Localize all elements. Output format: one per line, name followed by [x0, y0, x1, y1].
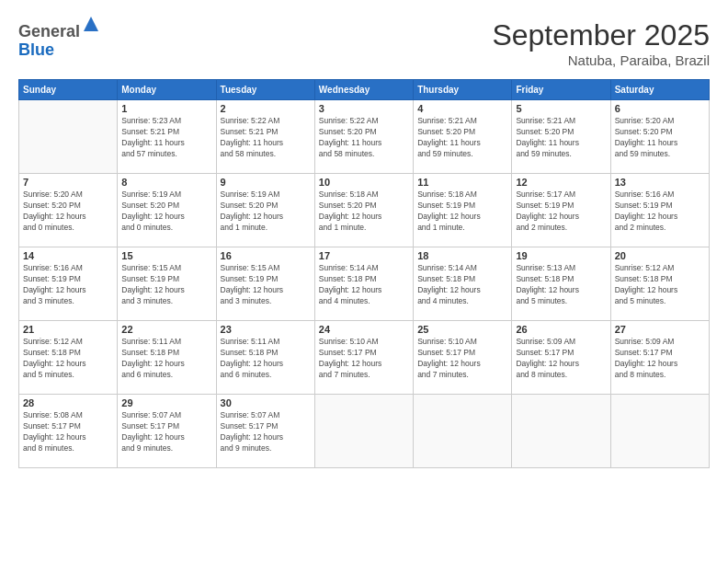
calendar-cell: 1Sunrise: 5:23 AM Sunset: 5:21 PM Daylig… [118, 100, 216, 174]
day-number: 26 [516, 324, 606, 335]
calendar-cell: 21Sunrise: 5:12 AM Sunset: 5:18 PM Dayli… [19, 321, 118, 395]
calendar-cell [414, 395, 512, 468]
day-info: Sunrise: 5:23 AM Sunset: 5:21 PM Dayligh… [121, 116, 211, 160]
day-info: Sunrise: 5:12 AM Sunset: 5:18 PM Dayligh… [615, 263, 705, 307]
day-info: Sunrise: 5:11 AM Sunset: 5:18 PM Dayligh… [121, 337, 211, 381]
day-number: 13 [615, 177, 705, 188]
calendar-cell: 15Sunrise: 5:15 AM Sunset: 5:19 PM Dayli… [118, 247, 216, 321]
day-info: Sunrise: 5:22 AM Sunset: 5:21 PM Dayligh… [221, 116, 311, 160]
calendar-cell: 28Sunrise: 5:08 AM Sunset: 5:17 PM Dayli… [19, 395, 118, 468]
calendar-cell: 2Sunrise: 5:22 AM Sunset: 5:21 PM Daylig… [216, 100, 314, 174]
day-number: 8 [121, 177, 211, 188]
weekday-header-monday: Monday [118, 80, 216, 100]
day-info: Sunrise: 5:20 AM Sunset: 5:20 PM Dayligh… [615, 116, 705, 160]
day-info: Sunrise: 5:12 AM Sunset: 5:18 PM Dayligh… [23, 337, 113, 381]
day-info: Sunrise: 5:16 AM Sunset: 5:19 PM Dayligh… [615, 190, 705, 234]
day-number: 15 [121, 250, 211, 261]
day-number: 30 [221, 397, 311, 408]
day-number: 29 [121, 397, 211, 408]
day-info: Sunrise: 5:11 AM Sunset: 5:18 PM Dayligh… [221, 337, 311, 381]
calendar-week-row: 1Sunrise: 5:23 AM Sunset: 5:21 PM Daylig… [19, 100, 710, 174]
calendar-cell: 12Sunrise: 5:17 AM Sunset: 5:19 PM Dayli… [512, 174, 610, 247]
day-info: Sunrise: 5:10 AM Sunset: 5:17 PM Dayligh… [319, 337, 409, 381]
day-number: 23 [221, 324, 311, 335]
day-info: Sunrise: 5:13 AM Sunset: 5:18 PM Dayligh… [516, 263, 606, 307]
calendar-cell [512, 395, 610, 468]
calendar-cell: 10Sunrise: 5:18 AM Sunset: 5:20 PM Dayli… [314, 174, 413, 247]
calendar-cell: 26Sunrise: 5:09 AM Sunset: 5:17 PM Dayli… [512, 321, 610, 395]
day-info: Sunrise: 5:19 AM Sunset: 5:20 PM Dayligh… [221, 190, 311, 234]
logo-general-text: General [18, 22, 80, 40]
calendar-cell [610, 395, 709, 468]
day-number: 1 [121, 103, 211, 114]
month-title: September 2025 [492, 18, 710, 52]
day-info: Sunrise: 5:17 AM Sunset: 5:19 PM Dayligh… [516, 190, 606, 234]
calendar-cell: 14Sunrise: 5:16 AM Sunset: 5:19 PM Dayli… [19, 247, 118, 321]
calendar-cell: 30Sunrise: 5:07 AM Sunset: 5:17 PM Dayli… [216, 395, 314, 468]
day-info: Sunrise: 5:15 AM Sunset: 5:19 PM Dayligh… [221, 263, 311, 307]
day-info: Sunrise: 5:21 AM Sunset: 5:20 PM Dayligh… [516, 116, 606, 160]
day-info: Sunrise: 5:10 AM Sunset: 5:17 PM Dayligh… [417, 337, 507, 381]
day-info: Sunrise: 5:20 AM Sunset: 5:20 PM Dayligh… [23, 190, 113, 234]
day-info: Sunrise: 5:15 AM Sunset: 5:19 PM Dayligh… [121, 263, 211, 307]
page-header: General Blue September 2025 Natuba, Para… [18, 18, 710, 68]
calendar-cell [19, 100, 118, 174]
svg-marker-0 [84, 17, 98, 31]
day-number: 12 [516, 177, 606, 188]
day-info: Sunrise: 5:14 AM Sunset: 5:18 PM Dayligh… [417, 263, 507, 307]
day-info: Sunrise: 5:18 AM Sunset: 5:19 PM Dayligh… [417, 190, 507, 234]
day-number: 16 [221, 250, 311, 261]
calendar-cell: 3Sunrise: 5:22 AM Sunset: 5:20 PM Daylig… [314, 100, 413, 174]
weekday-header-friday: Friday [512, 80, 610, 100]
calendar-cell: 16Sunrise: 5:15 AM Sunset: 5:19 PM Dayli… [216, 247, 314, 321]
calendar-cell [314, 395, 413, 468]
day-number: 22 [121, 324, 211, 335]
calendar-week-row: 14Sunrise: 5:16 AM Sunset: 5:19 PM Dayli… [19, 247, 710, 321]
day-number: 17 [319, 250, 409, 261]
weekday-header-saturday: Saturday [610, 80, 709, 100]
calendar-cell: 25Sunrise: 5:10 AM Sunset: 5:17 PM Dayli… [414, 321, 512, 395]
calendar-cell: 17Sunrise: 5:14 AM Sunset: 5:18 PM Dayli… [314, 247, 413, 321]
calendar-cell: 11Sunrise: 5:18 AM Sunset: 5:19 PM Dayli… [414, 174, 512, 247]
day-number: 14 [23, 250, 113, 261]
day-number: 19 [516, 250, 606, 261]
day-number: 10 [319, 177, 409, 188]
calendar-cell: 8Sunrise: 5:19 AM Sunset: 5:20 PM Daylig… [118, 174, 216, 247]
day-number: 9 [221, 177, 311, 188]
calendar-cell: 23Sunrise: 5:11 AM Sunset: 5:18 PM Dayli… [216, 321, 314, 395]
calendar-cell: 6Sunrise: 5:20 AM Sunset: 5:20 PM Daylig… [610, 100, 709, 174]
calendar-cell: 4Sunrise: 5:21 AM Sunset: 5:20 PM Daylig… [414, 100, 512, 174]
day-number: 24 [319, 324, 409, 335]
day-info: Sunrise: 5:22 AM Sunset: 5:20 PM Dayligh… [319, 116, 409, 160]
day-number: 18 [417, 250, 507, 261]
day-number: 5 [516, 103, 606, 114]
title-block: September 2025 Natuba, Paraiba, Brazil [492, 18, 710, 68]
calendar-cell: 20Sunrise: 5:12 AM Sunset: 5:18 PM Dayli… [610, 247, 709, 321]
weekday-header-sunday: Sunday [19, 80, 118, 100]
day-info: Sunrise: 5:19 AM Sunset: 5:20 PM Dayligh… [121, 190, 211, 234]
calendar-cell: 5Sunrise: 5:21 AM Sunset: 5:20 PM Daylig… [512, 100, 610, 174]
day-number: 25 [417, 324, 507, 335]
day-info: Sunrise: 5:16 AM Sunset: 5:19 PM Dayligh… [23, 263, 113, 307]
day-info: Sunrise: 5:07 AM Sunset: 5:17 PM Dayligh… [121, 410, 211, 454]
weekday-header-tuesday: Tuesday [216, 80, 314, 100]
day-number: 21 [23, 324, 113, 335]
location-title: Natuba, Paraiba, Brazil [492, 52, 710, 68]
calendar-cell: 19Sunrise: 5:13 AM Sunset: 5:18 PM Dayli… [512, 247, 610, 321]
day-number: 4 [417, 103, 507, 114]
day-number: 11 [417, 177, 507, 188]
day-info: Sunrise: 5:07 AM Sunset: 5:17 PM Dayligh… [221, 410, 311, 454]
day-info: Sunrise: 5:18 AM Sunset: 5:20 PM Dayligh… [319, 190, 409, 234]
weekday-header-wednesday: Wednesday [314, 80, 413, 100]
day-number: 28 [23, 397, 113, 408]
day-number: 2 [221, 103, 311, 114]
calendar-cell: 24Sunrise: 5:10 AM Sunset: 5:17 PM Dayli… [314, 321, 413, 395]
calendar-week-row: 21Sunrise: 5:12 AM Sunset: 5:18 PM Dayli… [19, 321, 710, 395]
calendar-cell: 13Sunrise: 5:16 AM Sunset: 5:19 PM Dayli… [610, 174, 709, 247]
weekday-header-thursday: Thursday [414, 80, 512, 100]
day-number: 7 [23, 177, 113, 188]
calendar-cell: 22Sunrise: 5:11 AM Sunset: 5:18 PM Dayli… [118, 321, 216, 395]
day-info: Sunrise: 5:21 AM Sunset: 5:20 PM Dayligh… [417, 116, 507, 160]
day-number: 6 [615, 103, 705, 114]
calendar-table: SundayMondayTuesdayWednesdayThursdayFrid… [18, 79, 710, 468]
